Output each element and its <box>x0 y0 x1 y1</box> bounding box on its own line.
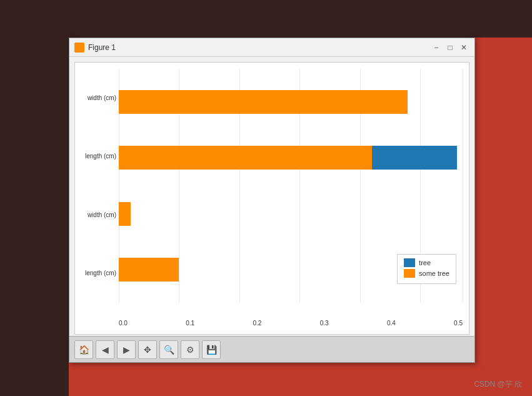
x-tick-4: 0.4 <box>387 320 396 327</box>
x-tick-5: 0.5 <box>454 320 463 327</box>
y-label-0: width (cm) <box>75 94 119 102</box>
legend-color-some-tree <box>404 269 415 278</box>
window-icon <box>74 43 84 53</box>
title-bar: Figure 1 − □ ✕ <box>69 38 474 57</box>
bar-orange-2 <box>119 202 131 226</box>
window-title: Figure 1 <box>88 43 431 52</box>
toolbar: 🏠 ◀ ▶ ✥ 🔍 ⚙ 💾 <box>69 336 474 362</box>
zoom-button[interactable]: 🔍 <box>159 340 178 359</box>
chart-area: width (cm) length (cm) width (cm) length… <box>74 62 469 335</box>
legend-label-tree: tree <box>419 259 431 267</box>
x-tick-2: 0.2 <box>253 320 261 327</box>
legend-label-some-tree: some tree <box>419 270 449 277</box>
bar-row-1 <box>119 144 463 172</box>
legend-color-tree <box>404 258 415 267</box>
y-label-1: length (cm) <box>75 153 119 160</box>
close-button[interactable]: ✕ <box>458 43 469 53</box>
window-controls: − □ ✕ <box>431 43 469 53</box>
legend-item-tree: tree <box>404 258 449 267</box>
minimize-button[interactable]: − <box>431 43 442 53</box>
x-tick-1: 0.1 <box>186 320 194 327</box>
y-label-2: width (cm) <box>75 211 119 219</box>
y-label-3: length (cm) <box>75 270 119 277</box>
chart-legend: tree some tree <box>397 254 456 284</box>
maximize-button[interactable]: □ <box>444 43 456 53</box>
save-button[interactable]: 💾 <box>202 340 221 359</box>
y-axis: width (cm) length (cm) width (cm) length… <box>75 69 119 303</box>
bar-blue-1 <box>372 146 456 170</box>
bar-orange-0 <box>119 90 408 114</box>
watermark: CSDN @芋 欣 <box>474 379 522 390</box>
bar-orange-1 <box>119 146 372 170</box>
forward-button[interactable]: ▶ <box>117 340 136 359</box>
settings-button[interactable]: ⚙ <box>181 340 199 359</box>
bar-orange-3 <box>119 258 179 282</box>
bg-top <box>69 0 532 38</box>
bg-left <box>0 0 69 396</box>
x-tick-3: 0.3 <box>320 320 329 327</box>
bar-row-0 <box>119 88 463 116</box>
back-button[interactable]: ◀ <box>96 340 114 359</box>
grid-line-6 <box>463 69 463 303</box>
x-tick-0: 0.0 <box>119 320 128 327</box>
x-axis-ticks: 0.0 0.1 0.2 0.3 0.4 0.5 <box>119 320 463 327</box>
pan-button[interactable]: ✥ <box>138 340 157 359</box>
home-button[interactable]: 🏠 <box>74 340 93 359</box>
legend-item-some-tree: some tree <box>404 269 449 278</box>
bar-row-2 <box>119 200 463 228</box>
figure-window: Figure 1 − □ ✕ width (cm) length (cm) wi… <box>69 38 475 363</box>
